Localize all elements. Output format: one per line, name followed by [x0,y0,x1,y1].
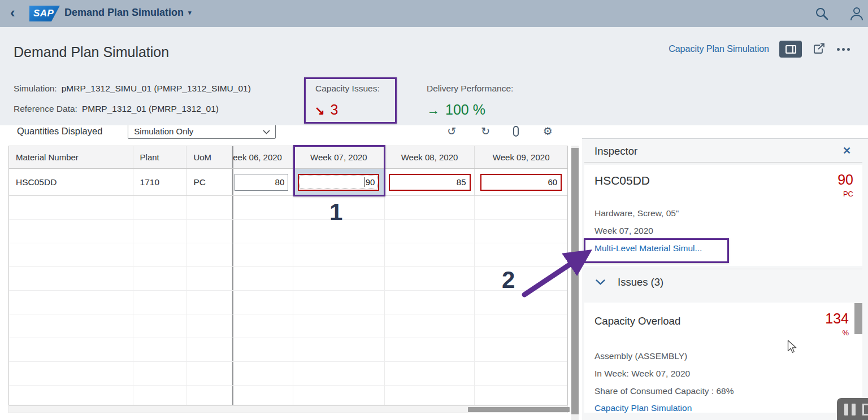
header-actions: Capacity Plan Simulation [669,40,851,59]
quantities-displayed-select[interactable]: Simulation Only [128,125,276,139]
pause-icon [852,404,856,415]
issues-header: Issues (3) [618,276,663,288]
capacity-issues-value: 3 [331,102,338,118]
simulation-info: Simulation:pMRP_1312_SIMU_01 (PMRP_1312_… [14,84,251,94]
week06-cell: 80 [232,169,293,195]
table-empty-row [9,338,567,362]
shell-bar: ‹ SAP Demand Plan Simulation▾ [0,0,868,27]
text-cursor [364,177,365,187]
pin-icon[interactable] [510,126,522,137]
plant-cell: 1710 [133,169,187,195]
table-empty-row [9,291,567,314]
demand-plan-table: Material Number Plant UoM Week 06, 2020 … [8,146,568,405]
video-pause-control[interactable] [837,398,868,420]
vertical-scrollbar-thumb[interactable] [571,148,579,414]
capacity-issues-kpi[interactable]: ↘ 3 [315,102,338,118]
inspector-scrollbar-thumb[interactable] [854,303,862,334]
undo-icon[interactable]: ↺ [445,125,458,138]
column-header-week06[interactable]: Week 06, 2020 [232,146,293,168]
week08-quantity-input[interactable]: 85 [389,174,471,191]
side-panel-icon [785,45,796,54]
issue-unit: % [842,329,849,337]
column-header-week09[interactable]: Week 09, 2020 [475,146,567,168]
column-header-material-number[interactable]: Material Number [9,146,133,168]
user-profile-icon[interactable] [849,6,865,21]
horizontal-scrollbar[interactable] [8,405,568,413]
annotation-step-1: 1 [329,199,342,226]
column-header-week07[interactable]: Week 07, 2020 [293,146,385,168]
inspector-title: Inspector [594,145,637,158]
chevron-down-icon [596,279,605,285]
table-empty-row [9,220,567,243]
share-icon[interactable] [812,42,826,56]
redo-icon[interactable]: ↻ [479,125,492,138]
sap-logo: SAP [29,6,60,21]
multi-level-material-simulation-link[interactable]: Multi-Level Material Simul... [594,243,702,253]
chevron-down-icon [263,130,270,134]
capacity-plan-simulation-link[interactable]: Capacity Plan Simulation [669,44,769,54]
stop-icon [862,404,868,415]
inspector-material-number: HSC05DD [594,174,650,187]
inspector-week: Week 07, 2020 [594,226,653,236]
week09-quantity-input[interactable]: 60 [480,174,562,191]
horizontal-scrollbar-thumb[interactable] [468,407,570,412]
week08-cell: 85 [385,169,475,195]
uom-cell: PC [186,169,232,195]
inspector-quantity: 90 [837,172,853,188]
week07-cell: 90 [293,169,385,195]
material-number-cell: HSC05DD [9,169,133,195]
table-empty-row [9,196,567,220]
quantities-displayed-label: Quantities Displayed [17,126,102,137]
delivery-performance-kpi[interactable]: → 100 % [427,102,485,118]
shell-app-title[interactable]: Demand Plan Simulation▾ [64,7,192,19]
issue-work-center: Assembly (ASSEMBLY) [594,351,687,361]
simulation-label: Simulation: [14,84,57,93]
table-empty-row [9,362,567,386]
issue-title: Capacity Overload [594,315,680,327]
reference-data-label: Reference Data: [14,104,77,113]
delivery-performance-value: 100 % [445,102,485,118]
capacity-plan-simulation-link[interactable]: Capacity Plan Simulation [594,403,692,413]
close-icon[interactable]: ✕ [843,145,851,157]
table-empty-row [9,314,567,338]
issue-consumed-capacity: Share of Consumed Capacity : 68% [594,386,734,396]
page-header: Demand Plan Simulation Capacity Plan Sim… [0,27,868,125]
search-icon[interactable] [814,6,830,21]
table-empty-row [9,243,567,267]
issue-value: 134 [825,310,849,327]
table-row: HSC05DD 1710 PC 80 90 85 60 [9,169,567,196]
overflow-menu-icon[interactable] [836,45,851,54]
inspector-panel: Inspector ✕ HSC05DD 90 PC Hardware, Scre… [582,138,868,420]
reference-data-value: PMRP_1312_01 (PMRP_1312_01) [82,104,219,113]
table-header-row: Material Number Plant UoM Week 06, 2020 … [9,146,567,169]
issues-section-toggle[interactable]: Issues (3) [596,276,663,288]
trend-flat-icon: → [427,103,440,118]
issue-week: In Week: Week 07, 2020 [594,369,690,379]
week07-quantity-input[interactable]: 90 [298,174,379,191]
table-empty-row [9,267,567,291]
week09-cell: 60 [475,169,567,195]
reference-data-info: Reference Data:PMRP_1312_01 (PMRP_1312_0… [14,104,219,114]
chevron-down-icon: ▾ [188,9,192,16]
table-toolbar: Quantities Displayed Simulation Only ↺ ↻… [0,125,571,142]
settings-icon[interactable]: ⚙ [541,125,554,138]
inspector-material-card[interactable]: HSC05DD 90 PC Hardware, Screw, 05" Week … [584,165,862,266]
vertical-scrollbar[interactable] [571,146,579,420]
annotation-step-2: 2 [502,266,515,294]
divider [584,269,862,269]
inspector-uom: PC [843,190,853,198]
table-empty-row [9,386,567,405]
back-icon[interactable]: ‹ [10,4,15,21]
divider [584,162,862,163]
demand-plan-simulation-app: ‹ SAP Demand Plan Simulation▾ Demand Pla… [0,0,868,420]
inspector-issue-card[interactable]: Capacity Overload 134 % Assembly (ASSEMB… [584,303,862,413]
week06-quantity-input[interactable]: 80 [235,174,288,191]
inspector-material-description: Hardware, Screw, 05" [594,208,679,218]
column-header-week08[interactable]: Week 08, 2020 [385,146,475,168]
column-header-uom[interactable]: UoM [186,146,232,168]
capacity-issues-label: Capacity Issues: [315,84,380,94]
quantities-displayed-value: Simulation Only [128,126,193,136]
toggle-side-panel-button[interactable] [779,41,802,58]
simulation-value: pMRP_1312_SIMU_01 (PMRP_1312_SIMU_01) [62,84,251,93]
column-header-plant[interactable]: Plant [133,146,187,168]
